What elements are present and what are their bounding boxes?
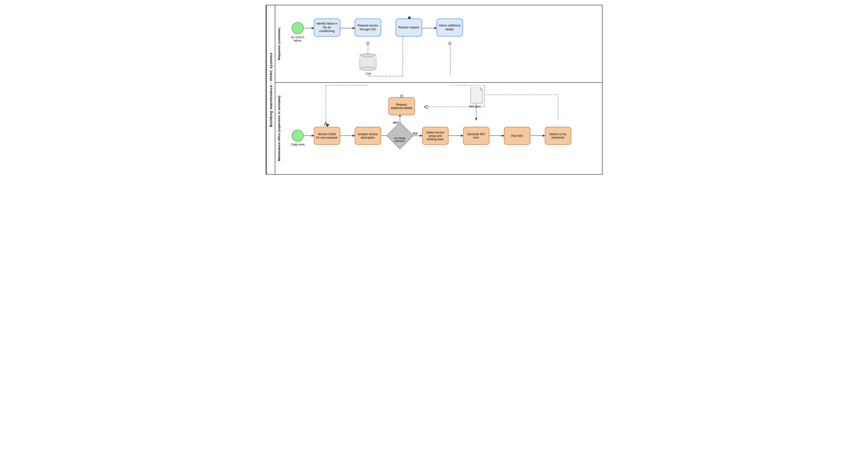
lane-maintenance: Maintenance office (supervisor or assist… <box>275 83 602 174</box>
select-service-box: Select service group and working team <box>422 127 448 145</box>
down-triangle-connector <box>326 124 330 127</box>
diamond-shape <box>386 122 413 149</box>
print-wo-box: Print WO <box>504 127 530 145</box>
start-circle-maintenance <box>292 130 304 142</box>
lane-requestor-content: Air cond in failure Identify failure in … <box>282 5 602 82</box>
lane1-arrows <box>282 5 602 82</box>
triangle-connector <box>407 16 411 19</box>
lane-maintenance-content: Daily work Monitor CSISI for new request… <box>282 83 602 174</box>
start-label-requestor: Air cond in failure <box>287 36 309 42</box>
diamond-label: Are details sufficient? <box>390 137 410 143</box>
connector-circle-1 <box>367 42 369 45</box>
connector-circle-2 <box>448 42 451 45</box>
start-circle-requestor <box>292 22 304 34</box>
lane-requestor-label: Requestor (customer) <box>275 5 282 82</box>
cisi-cylinder <box>360 54 376 69</box>
wo-document <box>469 88 484 105</box>
generate-wo-box: Generate WO form <box>463 127 490 145</box>
request-details-box: Request additional details <box>389 97 415 115</box>
diagram-container: Building maintenance - HVAC systems Requ… <box>266 5 602 175</box>
request-service-box: Request service through CISI <box>355 19 381 37</box>
main-title: Building maintenance - HVAC systems <box>266 5 275 174</box>
lanes-container: Requestor (customer) <box>275 5 602 174</box>
cisi-label: CISI <box>360 72 377 75</box>
daily-work-label: Daily work <box>287 143 309 146</box>
not-label: NOT <box>393 121 399 124</box>
inform-details-box: Inform additional details <box>436 19 463 37</box>
identify-box: Identify failure in the air conditioning <box>314 19 340 37</box>
yes-label: YES <box>412 132 418 135</box>
lane-requestor: Requestor (customer) <box>275 5 602 83</box>
wo-form-label: WO form <box>465 105 485 108</box>
monitor-box: Monitor CSISI for new requests <box>314 127 340 145</box>
analyze-box: Analyze service description <box>355 127 381 145</box>
lane-maintenance-label: Maintenance office (supervisor or assist… <box>275 83 282 174</box>
receive-request-box: Receive request <box>396 19 422 37</box>
deliver-box: Deliver to the technician <box>545 127 571 145</box>
connector-circle-3 <box>400 95 403 98</box>
